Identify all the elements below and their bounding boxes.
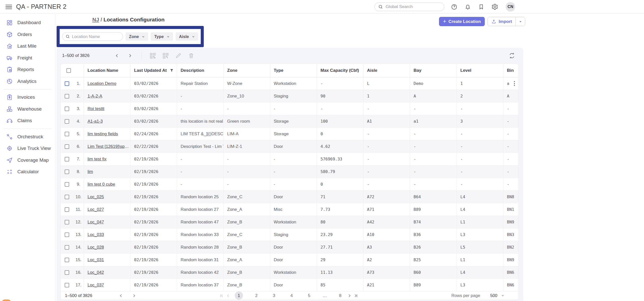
breadcrumb-region-link[interactable]: NJ — [92, 17, 99, 22]
filter-funnel-icon[interactable] — [170, 68, 174, 73]
page-number-5[interactable]: 5 — [305, 291, 313, 300]
location-name-link[interactable]: A1-a1-3 — [88, 119, 103, 124]
row-checkbox[interactable] — [65, 182, 69, 187]
settings-gear-icon[interactable] — [491, 3, 499, 11]
row-checkbox[interactable] — [65, 144, 69, 149]
cell-bin: a — [503, 77, 518, 90]
sidebar-item-claims[interactable]: Claims — [0, 115, 55, 127]
sidebar-item-orders[interactable]: Orders — [0, 29, 55, 41]
header-max-capacity[interactable]: Max Capacity (Cbf) — [317, 64, 364, 77]
sidebar-item-coverage-map[interactable]: Coverage Map — [0, 154, 55, 166]
row-checkbox[interactable] — [65, 258, 69, 262]
edit-pencil-icon[interactable] — [175, 52, 182, 59]
qr-download-icon[interactable] — [162, 52, 169, 59]
row-checkbox[interactable] — [65, 195, 69, 199]
sidebar-item-warehouse[interactable]: Warehouse — [0, 103, 55, 115]
header-type[interactable]: Type — [270, 64, 317, 77]
location-name-link[interactable]: lim test fix — [88, 157, 107, 162]
page-number-2[interactable]: 2 — [252, 291, 261, 300]
location-name-link[interactable]: Loc_037 — [88, 283, 104, 288]
bookmark-icon[interactable] — [477, 3, 485, 11]
sidebar-item-dashboard[interactable]: Dashboard — [0, 17, 55, 29]
sidebar-item-label: Analytics — [17, 79, 36, 84]
header-zone[interactable]: Zone — [224, 64, 270, 77]
location-name-link[interactable]: Loc_027 — [88, 207, 104, 212]
header-bay[interactable]: Bay — [410, 64, 457, 77]
row-actions-kebab-icon[interactable] — [513, 80, 516, 87]
row-checkbox[interactable] — [65, 170, 69, 174]
sidebar-item-calculator[interactable]: Calculator — [0, 166, 55, 178]
location-name-link[interactable]: lim testing fields — [88, 131, 118, 137]
refresh-icon[interactable] — [508, 52, 515, 59]
rows-per-page-select[interactable]: 500 — [490, 293, 505, 298]
header-last-updated-at[interactable]: Last Updated At — [131, 64, 177, 77]
qr-view-icon[interactable] — [149, 52, 156, 59]
row-checkbox[interactable] — [65, 207, 69, 212]
header-description[interactable]: Description — [177, 64, 224, 77]
row-checkbox[interactable] — [65, 245, 69, 250]
table-row: 15.Loc_03102/19/2026Random location 31Zo… — [61, 254, 518, 266]
row-checkbox[interactable] — [65, 81, 69, 86]
help-icon[interactable] — [450, 3, 458, 11]
location-name-link[interactable]: Loc_042 — [88, 270, 104, 275]
sidebar-item-invoices[interactable]: Invoices — [0, 91, 55, 103]
location-name-link[interactable]: Roi testtt — [88, 106, 104, 111]
zone-filter-dropdown[interactable]: Zone — [126, 32, 148, 41]
prev-page-chevron-icon[interactable] — [117, 292, 125, 299]
type-filter-dropdown[interactable]: Type — [151, 32, 173, 41]
global-search-input[interactable]: Global Search — [374, 3, 444, 11]
row-checkbox[interactable] — [65, 107, 69, 111]
page-number-1[interactable]: 1 — [235, 291, 243, 300]
sidebar-item-reports[interactable]: Reports — [0, 64, 55, 76]
next-page-chevron-icon[interactable] — [131, 292, 138, 299]
header-bin[interactable]: Bin — [503, 64, 518, 77]
prev-page-icon[interactable] — [226, 293, 232, 298]
row-checkbox[interactable] — [65, 270, 69, 275]
location-name-link[interactable]: Location Demo — [88, 81, 116, 86]
cell-aisle: 1 — [364, 90, 410, 102]
user-avatar[interactable]: CN — [506, 2, 515, 12]
import-dropdown-caret[interactable] — [515, 17, 525, 26]
menu-hamburger-icon[interactable] — [6, 4, 12, 10]
last-page-icon[interactable] — [353, 293, 360, 298]
header-level[interactable]: Level — [457, 64, 503, 77]
location-name-link[interactable]: 1-A-2-A — [88, 94, 102, 99]
location-name-link[interactable]: Loc_025 — [88, 194, 104, 199]
delete-trash-icon[interactable] — [188, 52, 195, 59]
sidebar-item-orchestruck[interactable]: Orchestruck — [0, 131, 55, 143]
row-checkbox[interactable] — [65, 283, 69, 287]
select-all-checkbox[interactable] — [66, 68, 71, 73]
row-checkbox[interactable] — [65, 132, 69, 136]
row-checkbox[interactable] — [65, 157, 69, 161]
location-name-search-input[interactable]: Location Name — [62, 32, 123, 41]
row-checkbox[interactable] — [65, 94, 69, 98]
location-name-link[interactable]: Loc_028 — [88, 245, 104, 250]
sidebar-item-analytics[interactable]: Analytics — [0, 76, 55, 87]
location-name-link[interactable]: lim — [88, 169, 93, 174]
page-number-4[interactable]: 4 — [287, 291, 296, 300]
first-page-icon[interactable] — [219, 293, 226, 298]
location-name-link[interactable]: Loc_031 — [88, 257, 104, 262]
location-name-link[interactable]: Loc_033 — [88, 232, 104, 237]
page-number-8[interactable]: 8 — [336, 291, 344, 300]
header-location-name[interactable]: Location Name — [84, 64, 131, 77]
next-page-icon[interactable] — [347, 293, 353, 298]
row-checkbox[interactable] — [65, 232, 69, 237]
row-checkbox[interactable] — [65, 220, 69, 224]
prev-page-chevron-icon[interactable] — [113, 52, 120, 59]
location-name-link[interactable]: Loc_047 — [88, 220, 104, 225]
next-page-chevron-icon[interactable] — [127, 52, 134, 59]
location-name-link[interactable]: lim test 0 cube — [88, 182, 115, 187]
import-button[interactable]: Import — [488, 17, 515, 26]
notifications-bell-icon[interactable] — [464, 3, 471, 11]
sidebar-item-live-truck-view[interactable]: Live Truck View — [0, 143, 55, 154]
page-number-3[interactable]: 3 — [270, 291, 278, 300]
location-name-link[interactable]: Lim Test [12619]\speci… — [88, 144, 130, 149]
sidebar-item-freight[interactable]: Freight — [0, 52, 55, 64]
row-checkbox[interactable] — [65, 119, 69, 124]
sidebar-item-last-mile[interactable]: Last Mile — [0, 40, 55, 52]
row-checkbox-cell — [61, 191, 73, 203]
header-aisle[interactable]: Aisle — [364, 64, 410, 77]
create-location-button[interactable]: + Create Location — [439, 17, 485, 26]
aisle-filter-dropdown[interactable]: Aisle — [176, 32, 198, 41]
